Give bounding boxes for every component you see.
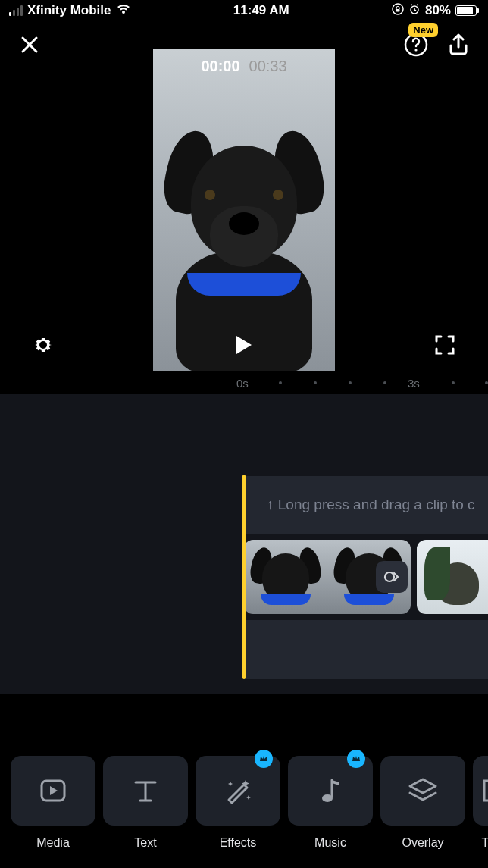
timeline-hint-text: ↑ Long press and drag a clip to c [267,497,475,513]
premium-badge [255,750,273,768]
transition-icon [383,569,400,585]
tool-media[interactable]: Media [11,756,95,868]
export-button[interactable] [446,32,471,58]
clip-2[interactable] [417,540,488,614]
clip-thumb [417,540,488,614]
crown-icon [352,754,361,763]
preview-area: 00:00 00:33 [0,21,488,371]
tool-title[interactable]: Tit [473,756,488,868]
clips-lane [244,540,488,614]
ruler-tick [279,381,282,384]
status-right: 80% [392,3,479,19]
playhead[interactable] [242,475,246,679]
tool-label: Media [36,836,70,850]
new-badge: New [408,23,438,37]
play-icon [234,334,254,356]
ruler-tick [452,381,455,384]
lock-rotation-icon [392,3,404,19]
fullscreen-button[interactable] [432,332,458,358]
tool-label: Tit [481,836,488,850]
ruler-tick [485,381,488,384]
media-icon [37,775,69,807]
tool-effects[interactable]: Effects [196,756,280,868]
crown-icon [259,754,268,763]
ruler-tick [349,381,352,384]
status-bar: Xfinity Mobile 11:49 AM 80% [0,0,488,21]
signal-icon [9,5,23,16]
ruler-mark-0: 0s [236,377,249,390]
clip-1[interactable] [244,540,411,614]
gear-icon [32,334,55,356]
preview-content [168,115,320,358]
tool-label: Text [134,836,156,850]
tool-overlay[interactable]: Overlay [380,756,465,868]
time-ruler[interactable]: 0s 3s [0,371,488,394]
wifi-icon [116,3,131,19]
tool-label: Music [314,836,346,850]
export-icon [448,33,469,56]
ruler-mark-1: 3s [408,377,420,390]
transition-button[interactable] [376,561,408,593]
timeline-hint-lane: ↑ Long press and drag a clip to c [244,476,488,534]
svg-rect-1 [396,9,399,12]
tool-label: Effects [220,836,257,850]
tool-label: Overlay [402,836,443,850]
effects-icon [223,776,253,806]
svg-point-5 [385,572,394,581]
overlay-icon [407,775,439,807]
help-button[interactable]: New [403,32,429,58]
video-preview[interactable] [153,49,335,371]
clock: 11:49 AM [233,3,289,18]
svg-point-4 [414,49,417,51]
tool-text[interactable]: Text [103,756,188,868]
music-icon [317,776,344,806]
tool-music[interactable]: Music [288,756,373,868]
clip-thumb [244,540,327,614]
bottom-toolbar: Media Text Effects Music Overlay [0,748,488,868]
play-button[interactable] [231,332,257,358]
svg-point-7 [322,794,333,802]
settings-button[interactable] [30,332,56,358]
close-icon [20,35,39,55]
close-button[interactable] [17,32,42,58]
ruler-tick [383,381,386,384]
text-icon [131,776,160,805]
carrier-label: Xfinity Mobile [27,3,111,18]
title-icon [480,776,488,805]
ruler-tick [314,381,317,384]
top-bar: New [0,21,488,68]
battery-icon [455,5,479,16]
timeline[interactable]: ↑ Long press and drag a clip to c [0,394,488,694]
empty-lane[interactable] [244,620,488,679]
status-left: Xfinity Mobile [9,3,131,19]
battery-percent: 80% [425,3,451,18]
alarm-icon [408,3,421,19]
fullscreen-icon [435,335,455,355]
premium-badge [347,750,365,768]
